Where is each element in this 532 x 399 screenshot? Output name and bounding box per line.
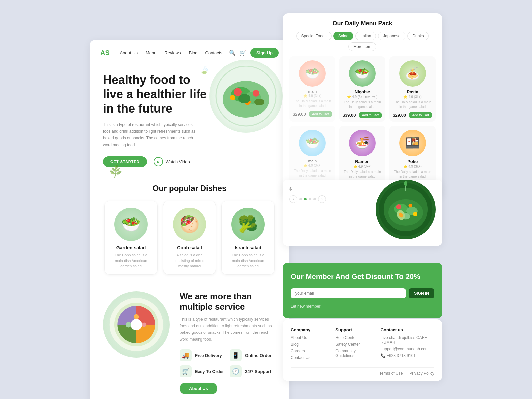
svg-point-4 — [234, 88, 242, 96]
become-member-link[interactable]: Let new member — [291, 304, 320, 309]
footer-safety[interactable]: Safety Center — [335, 342, 374, 347]
footer-company-title: Company — [291, 327, 329, 332]
menu-item-img-nicoise: 🥗 — [349, 60, 376, 87]
dot-2 — [304, 198, 307, 200]
watch-video-button[interactable]: ▶ Watch Video — [154, 157, 190, 166]
menu-item-rating-nicoise: ⭐ 4.9 (3k+ reviews) — [343, 95, 382, 99]
footer-email[interactable]: support@communeah.com — [381, 347, 434, 351]
dish-card-garden: 🥗 Garden salad The Cobb salad is a main-… — [104, 201, 158, 275]
nav-menu[interactable]: Menu — [146, 50, 157, 55]
hero-description: This is a type of restaurant which typic… — [103, 121, 196, 149]
menu-item-desc-ramen: The Daily salad is a main in the game sa… — [343, 170, 382, 179]
online-order-icon: 📱 — [230, 349, 242, 361]
easy-order-icon: 🛒 — [180, 365, 192, 377]
dishes-grid: 🥗 Garden salad The Cobb salad is a main-… — [103, 201, 276, 275]
svg-point-14 — [142, 322, 146, 327]
footer-help[interactable]: Help Center — [335, 335, 374, 340]
more-service-image — [103, 291, 170, 358]
tab-more[interactable]: More Item — [348, 42, 376, 51]
member-title: Our Member And Get Disount To 20% — [291, 272, 434, 282]
email-input[interactable] — [291, 288, 406, 298]
nav-icons: 🔍 🛒 — [229, 50, 246, 56]
footer-careers[interactable]: Careers — [291, 349, 329, 353]
menu-item-img-partial: 🥗 — [299, 60, 326, 87]
dish-card-israeli: 🥦 Israeli salad The Cobb salad is a main… — [221, 201, 275, 275]
menu-items-grid: 🥗 main ⭐ 4.9 (3k+) The Daily salad is a … — [289, 56, 436, 191]
tab-italian[interactable]: Italian — [355, 32, 376, 40]
footer-about[interactable]: About Us — [291, 335, 329, 340]
footer-blog[interactable]: Blog — [291, 342, 329, 347]
feature-free-delivery: 🚚 Free Delivery — [180, 349, 226, 361]
svg-point-9 — [254, 99, 264, 105]
signup-button[interactable]: Sign Up — [250, 48, 279, 58]
cobb-salad-image: 🥙 — [173, 208, 206, 241]
left-panel: AS About Us Menu Reviews Blog Contacts 🔍… — [90, 40, 289, 399]
menu-item-name-poke: Poke — [393, 159, 432, 164]
garden-salad-desc: The Cobb salad is a main-dish American g… — [110, 252, 152, 269]
nav-contacts[interactable]: Contacts — [205, 50, 222, 55]
hero-actions: GET STARTED ▶ Watch Video — [103, 156, 209, 167]
menu-item-desc-partial: The Daily salad is a main in the game sa… — [293, 99, 332, 108]
featured-dish-image — [376, 180, 436, 239]
member-panel: Our Member And Get Disount To 20% SIGN I… — [283, 263, 442, 318]
add-cart-nicoise[interactable]: Add to Cart — [359, 112, 382, 118]
dot-3 — [309, 198, 311, 200]
featured-dish-label: $ — [289, 186, 326, 191]
add-cart-pasta[interactable]: Add to Cart — [409, 112, 432, 118]
israeli-salad-image: 🥦 — [231, 208, 265, 241]
hero-section: Healthy food to live a healthier life in… — [90, 63, 289, 174]
nav-about[interactable]: About Us — [120, 50, 137, 55]
nav-reviews[interactable]: Reviews — [164, 50, 181, 55]
menu-item-footer-pasta: $29.00 Add to Cart — [393, 112, 432, 118]
tab-japanese[interactable]: Japanese — [378, 32, 405, 40]
footer-community[interactable]: Community Guidelines — [335, 349, 374, 358]
about-us-button[interactable]: About Us — [180, 383, 217, 394]
popular-dishes-title: Our popular Dishes — [103, 184, 276, 193]
footer-live-chat: Live chat di ojolbiss CAFE RUMAH — [381, 335, 434, 345]
pagination-dots: ‹ › — [289, 195, 326, 203]
featured-dish-panel: $ ‹ › — [283, 180, 442, 246]
svg-point-18 — [388, 200, 423, 226]
search-icon[interactable]: 🔍 — [229, 50, 236, 56]
hero-title: Healthy food to live a healthier life in… — [103, 73, 209, 116]
get-started-button[interactable]: GET STARTED — [103, 156, 147, 167]
privacy-link[interactable]: Privacy Policy — [409, 371, 434, 376]
terms-link[interactable]: Terms of Use — [379, 371, 403, 376]
svg-point-7 — [238, 94, 250, 103]
menu-item-desc-poke: The Daily salad is a main in the game sa… — [393, 170, 432, 179]
menu-item-footer-nicoise: $39.00 Add to Cart — [343, 112, 382, 118]
watch-label: Watch Video — [166, 159, 190, 164]
garden-salad-name: Garden salad — [110, 245, 152, 250]
menu-item-rating-main: ⭐ 4.9 (3k+) — [293, 164, 332, 167]
add-cart-btn-partial[interactable]: Add to Cart — [309, 111, 332, 117]
footer-support: Support Help Center Safety Center Commun… — [335, 327, 374, 362]
menu-item-rating-pasta: ⭐ 4.9 (3k+) — [393, 95, 432, 99]
service-features: 🚚 Free Delivery 📱 Online Order 🛒 Easy To… — [180, 349, 276, 377]
menu-item-footer-partial: $29.00 Add to Cart — [293, 111, 332, 117]
tab-drinks[interactable]: Drinks — [407, 32, 429, 40]
next-arrow[interactable]: › — [318, 195, 326, 203]
prev-arrow[interactable]: ‹ — [289, 195, 297, 203]
menu-item-desc-nicoise: The Daily salad is a main in the game sa… — [343, 100, 382, 109]
israeli-salad-desc: The Cobb salad is a main-dish American g… — [227, 252, 269, 269]
navbar: AS About Us Menu Reviews Blog Contacts 🔍… — [90, 40, 289, 63]
menu-item-name-main: main — [293, 159, 332, 163]
tab-salad[interactable]: Salad — [333, 32, 354, 40]
more-service-desc: This is a type of restaurant which typic… — [180, 316, 276, 343]
support-label: 24/7 Support — [245, 369, 271, 374]
footer-bottom: Terms of Use Privacy Policy — [291, 371, 434, 376]
menu-item-rating-poke: ⭐ 4.9 (3k+) — [393, 165, 432, 168]
menu-item-desc-pasta: The Daily salad is a main in the game sa… — [393, 100, 432, 109]
feature-easy-order: 🛒 Easy To Order — [180, 365, 226, 377]
sign-in-button[interactable]: SIGN IN — [409, 288, 434, 298]
dot-4 — [313, 198, 316, 200]
cobb-salad-name: Cobb salad — [169, 245, 210, 250]
tab-special-foods[interactable]: Special Foods — [296, 32, 332, 40]
svg-point-12 — [131, 319, 142, 330]
menu-item-name-nicoise: Niçoise — [343, 89, 382, 94]
cart-icon[interactable]: 🛒 — [240, 50, 246, 56]
more-service-title: We are more than multiple service — [180, 291, 276, 312]
nav-blog[interactable]: Blog — [189, 50, 198, 55]
footer-contact[interactable]: Contact Us — [291, 355, 329, 360]
member-form: SIGN IN — [291, 288, 434, 298]
